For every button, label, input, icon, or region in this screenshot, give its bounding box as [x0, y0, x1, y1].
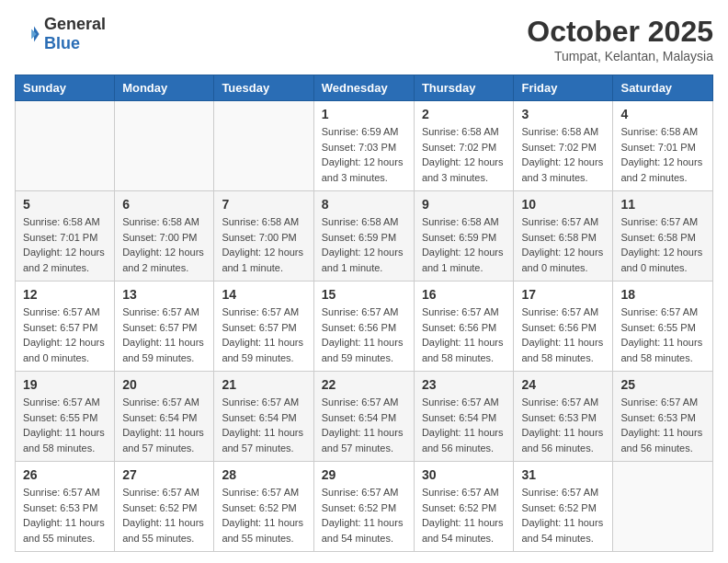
calendar-day-cell: 3Sunrise: 6:58 AM Sunset: 7:02 PM Daylig… [514, 101, 613, 191]
day-info: Sunrise: 6:57 AM Sunset: 6:52 PM Dayligh… [222, 485, 305, 546]
day-number: 4 [620, 107, 705, 121]
day-number: 29 [322, 467, 406, 482]
calendar-day-cell: 18Sunrise: 6:57 AM Sunset: 6:55 PM Dayli… [613, 282, 713, 372]
day-number: 1 [322, 107, 406, 121]
day-number: 6 [122, 197, 206, 212]
day-info: Sunrise: 6:57 AM Sunset: 6:52 PM Dayligh… [521, 485, 605, 546]
day-info: Sunrise: 6:58 AM Sunset: 6:59 PM Dayligh… [422, 214, 506, 275]
day-info: Sunrise: 6:58 AM Sunset: 7:02 PM Dayligh… [422, 124, 506, 185]
calendar-day-cell [115, 101, 214, 191]
calendar-day-cell [613, 462, 713, 552]
day-info: Sunrise: 6:57 AM Sunset: 6:53 PM Dayligh… [521, 395, 605, 455]
day-info: Sunrise: 6:57 AM Sunset: 6:54 PM Dayligh… [322, 395, 406, 455]
header: General Blue October 2025 Tumpat, Kelant… [15, 15, 713, 63]
calendar-day-cell: 24Sunrise: 6:57 AM Sunset: 6:53 PM Dayli… [514, 372, 613, 462]
day-number: 9 [422, 197, 506, 212]
calendar-week-row: 12Sunrise: 6:57 AM Sunset: 6:57 PM Dayli… [16, 282, 713, 372]
calendar-day-cell: 25Sunrise: 6:57 AM Sunset: 6:53 PM Dayli… [613, 372, 713, 462]
calendar-day-cell: 19Sunrise: 6:57 AM Sunset: 6:55 PM Dayli… [16, 372, 115, 462]
calendar-day-cell: 2Sunrise: 6:58 AM Sunset: 7:02 PM Daylig… [414, 101, 514, 191]
calendar-day-cell: 26Sunrise: 6:57 AM Sunset: 6:53 PM Dayli… [16, 462, 115, 552]
title-area: October 2025 Tumpat, Kelantan, Malaysia [527, 15, 713, 63]
day-number: 13 [122, 287, 206, 302]
day-number: 22 [322, 377, 406, 392]
calendar-day-cell [214, 101, 313, 191]
calendar-day-cell [16, 101, 115, 191]
day-info: Sunrise: 6:59 AM Sunset: 7:03 PM Dayligh… [322, 124, 406, 185]
day-number: 17 [521, 287, 605, 302]
calendar-day-cell: 30Sunrise: 6:57 AM Sunset: 6:52 PM Dayli… [414, 462, 514, 552]
day-info: Sunrise: 6:57 AM Sunset: 6:55 PM Dayligh… [620, 304, 705, 365]
day-info: Sunrise: 6:57 AM Sunset: 6:52 PM Dayligh… [322, 485, 406, 546]
calendar-day-cell: 7Sunrise: 6:58 AM Sunset: 7:00 PM Daylig… [214, 191, 313, 282]
day-number: 7 [222, 197, 305, 212]
calendar-col-header: Wednesday [313, 75, 414, 101]
calendar-col-header: Friday [514, 75, 613, 101]
calendar-day-cell: 29Sunrise: 6:57 AM Sunset: 6:52 PM Dayli… [313, 462, 414, 552]
day-number: 16 [422, 287, 506, 302]
calendar-day-cell: 27Sunrise: 6:57 AM Sunset: 6:52 PM Dayli… [115, 462, 214, 552]
day-number: 28 [222, 467, 305, 482]
calendar-day-cell: 23Sunrise: 6:57 AM Sunset: 6:54 PM Dayli… [414, 372, 514, 462]
calendar-day-cell: 16Sunrise: 6:57 AM Sunset: 6:56 PM Dayli… [414, 282, 514, 372]
calendar-day-cell: 31Sunrise: 6:57 AM Sunset: 6:52 PM Dayli… [514, 462, 613, 552]
day-info: Sunrise: 6:57 AM Sunset: 6:57 PM Dayligh… [23, 304, 107, 365]
calendar-day-cell: 4Sunrise: 6:58 AM Sunset: 7:01 PM Daylig… [613, 101, 713, 191]
day-info: Sunrise: 6:57 AM Sunset: 6:56 PM Dayligh… [422, 304, 506, 365]
day-number: 21 [222, 377, 305, 392]
day-number: 31 [521, 467, 605, 482]
calendar-day-cell: 15Sunrise: 6:57 AM Sunset: 6:56 PM Dayli… [313, 282, 414, 372]
day-number: 10 [521, 197, 605, 212]
calendar-table: SundayMondayTuesdayWednesdayThursdayFrid… [15, 75, 713, 552]
day-number: 20 [122, 377, 206, 392]
day-info: Sunrise: 6:58 AM Sunset: 7:00 PM Dayligh… [122, 214, 206, 275]
calendar-header-row: SundayMondayTuesdayWednesdayThursdayFrid… [16, 75, 713, 101]
day-number: 19 [23, 377, 107, 392]
calendar-day-cell: 8Sunrise: 6:58 AM Sunset: 6:59 PM Daylig… [313, 191, 414, 282]
day-info: Sunrise: 6:57 AM Sunset: 6:56 PM Dayligh… [521, 304, 605, 365]
calendar-day-cell: 11Sunrise: 6:57 AM Sunset: 6:58 PM Dayli… [613, 191, 713, 282]
day-number: 5 [23, 197, 107, 212]
calendar-day-cell: 22Sunrise: 6:57 AM Sunset: 6:54 PM Dayli… [313, 372, 414, 462]
day-info: Sunrise: 6:57 AM Sunset: 6:52 PM Dayligh… [422, 485, 506, 546]
day-info: Sunrise: 6:57 AM Sunset: 6:55 PM Dayligh… [23, 395, 107, 455]
calendar-col-header: Tuesday [214, 75, 313, 101]
day-number: 24 [521, 377, 605, 392]
calendar-day-cell: 17Sunrise: 6:57 AM Sunset: 6:56 PM Dayli… [514, 282, 613, 372]
calendar-day-cell: 21Sunrise: 6:57 AM Sunset: 6:54 PM Dayli… [214, 372, 313, 462]
day-info: Sunrise: 6:57 AM Sunset: 6:58 PM Dayligh… [620, 214, 705, 275]
calendar-col-header: Sunday [16, 75, 115, 101]
calendar-day-cell: 12Sunrise: 6:57 AM Sunset: 6:57 PM Dayli… [16, 282, 115, 372]
day-number: 15 [322, 287, 406, 302]
day-info: Sunrise: 6:58 AM Sunset: 7:01 PM Dayligh… [23, 214, 107, 275]
calendar-day-cell: 5Sunrise: 6:58 AM Sunset: 7:01 PM Daylig… [16, 191, 115, 282]
day-info: Sunrise: 6:57 AM Sunset: 6:56 PM Dayligh… [322, 304, 406, 365]
day-number: 26 [23, 467, 107, 482]
day-number: 25 [620, 377, 705, 392]
day-number: 14 [222, 287, 305, 302]
day-number: 27 [122, 467, 206, 482]
day-number: 2 [422, 107, 506, 121]
day-info: Sunrise: 6:57 AM Sunset: 6:54 PM Dayligh… [422, 395, 506, 455]
day-number: 23 [422, 377, 506, 392]
day-info: Sunrise: 6:58 AM Sunset: 7:02 PM Dayligh… [521, 124, 605, 185]
day-number: 30 [422, 467, 506, 482]
logo-icon [15, 21, 40, 47]
calendar-week-row: 19Sunrise: 6:57 AM Sunset: 6:55 PM Dayli… [16, 372, 713, 462]
calendar-week-row: 26Sunrise: 6:57 AM Sunset: 6:53 PM Dayli… [16, 462, 713, 552]
calendar-col-header: Monday [115, 75, 214, 101]
day-number: 18 [620, 287, 705, 302]
day-info: Sunrise: 6:57 AM Sunset: 6:57 PM Dayligh… [222, 304, 305, 365]
day-number: 12 [23, 287, 107, 302]
calendar-day-cell: 13Sunrise: 6:57 AM Sunset: 6:57 PM Dayli… [115, 282, 214, 372]
calendar-col-header: Saturday [613, 75, 713, 101]
page-title: October 2025 [527, 15, 713, 49]
day-number: 11 [620, 197, 705, 212]
day-info: Sunrise: 6:57 AM Sunset: 6:54 PM Dayligh… [222, 395, 305, 455]
day-info: Sunrise: 6:58 AM Sunset: 7:00 PM Dayligh… [222, 214, 305, 275]
logo: General Blue [15, 15, 106, 53]
day-number: 8 [322, 197, 406, 212]
calendar-day-cell: 10Sunrise: 6:57 AM Sunset: 6:58 PM Dayli… [514, 191, 613, 282]
calendar-day-cell: 28Sunrise: 6:57 AM Sunset: 6:52 PM Dayli… [214, 462, 313, 552]
day-info: Sunrise: 6:57 AM Sunset: 6:53 PM Dayligh… [620, 395, 705, 455]
